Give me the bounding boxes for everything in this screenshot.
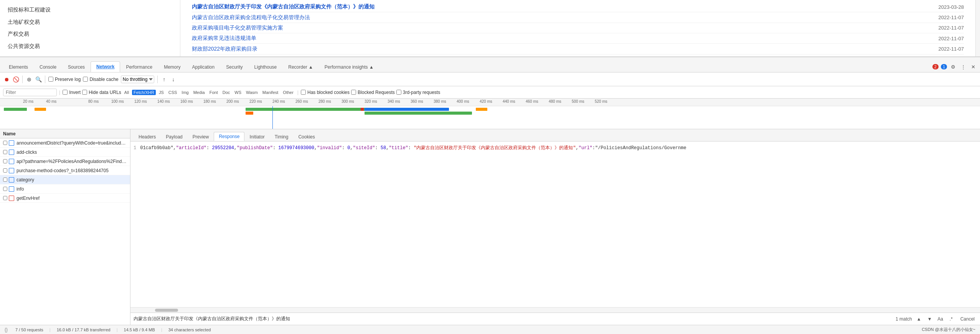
ruler-tick: 340 ms [388,99,400,104]
filter-font[interactable]: Font [208,90,219,95]
request-checkbox[interactable] [3,141,7,145]
detail-scrollbar-h[interactable] [130,307,980,313]
request-item[interactable]: add-clicks [0,148,130,157]
search-regex-btn[interactable]: .* [947,315,955,323]
has-blocked-cookies-checkbox[interactable]: Has blocked cookies [301,90,350,95]
request-checkbox[interactable] [3,187,7,191]
more-icon[interactable]: ⋮ [959,63,967,71]
request-item[interactable]: getEnvHref [0,194,130,203]
filter-input[interactable] [3,89,57,96]
request-checkbox[interactable] [3,178,7,182]
throttle-select[interactable]: No throttling [121,76,154,83]
timeline-bar [35,108,46,111]
menu-item-bidding[interactable]: 招投标和工程建设 [8,5,172,15]
preserve-log-checkbox[interactable]: Preserve log [48,77,81,82]
disable-cache-checkbox[interactable]: Disable cache [83,77,118,82]
export-icon[interactable]: ↓ [170,76,177,83]
detail-tab-initiator[interactable]: Initiator [244,132,269,141]
filter-doc[interactable]: Doc [221,90,232,95]
ruler-tick: 300 ms [342,99,354,104]
response-content: 01cafb9b0ab","articleId": 29552204,"publ… [140,145,686,151]
request-item[interactable]: announcementDistrict?queryWithCode=true&… [0,138,130,148]
search-case-btn[interactable]: Aa [937,315,944,323]
website-article-title[interactable]: 政府采购常见违法违规清单 [192,35,256,42]
request-checkbox[interactable] [3,150,7,154]
filter-img[interactable]: Img [180,90,190,95]
tab-application[interactable]: Application [186,62,220,72]
request-list-header: Name [0,129,130,138]
website-article-title[interactable]: 内蒙古自治区财政厅关于印发《内蒙古自治区政府采购文件（范本）》的通知 [192,3,375,10]
request-item[interactable]: purchase-method-codes?_t=1683898244705 [0,166,130,175]
tab-network[interactable]: Network [91,61,120,72]
search-icon[interactable]: 🔍 [35,76,42,83]
search-next-btn[interactable]: ▼ [926,315,934,323]
menu-item-land[interactable]: 土地矿权交易 [8,17,172,27]
timeline-bar [361,108,364,111]
tab-performance[interactable]: Performance [120,62,158,72]
menu-item-public[interactable]: 公共资源交易 [8,41,172,51]
tab-recorder[interactable]: Recorder ▲ [282,62,319,72]
tab-performance-insights[interactable]: Performance insights ▲ [319,62,379,72]
filter-fetch-xhr[interactable]: Fetch/XHR [132,90,156,95]
detail-tab-payload[interactable]: Payload [161,132,187,141]
filter-wasm[interactable]: Wasm [244,90,259,95]
request-checkbox[interactable] [3,168,7,173]
request-type-icon [9,150,14,155]
ruler-tick: 260 ms [295,99,308,104]
blocked-requests-checkbox[interactable]: Blocked Requests [351,90,395,95]
menu-item-property[interactable]: 产权交易 [8,29,172,39]
record-icon[interactable]: ⏺ [3,76,10,83]
website-article-title[interactable]: 财政部2022年政府采购目录 [192,46,257,53]
request-items: announcementDistrict?queryWithCode=true&… [0,138,130,325]
filter-css[interactable]: CSS [167,90,179,95]
website-article-title[interactable]: 内蒙古自治区政府采购全流程电子化交易管理办法 [192,14,310,21]
close-devtools-icon[interactable]: ✕ [969,63,977,71]
website-scrollbar[interactable] [975,0,980,56]
ruler-tick: 500 ms [572,99,584,104]
console-icon: {} [5,327,8,332]
filter-js[interactable]: JS [157,90,165,95]
error-badge: 2 [932,64,939,69]
invert-checkbox[interactable]: Invert [63,90,81,95]
clear-icon[interactable]: 🚫 [12,76,19,83]
filter-other[interactable]: Other [281,90,295,95]
detail-tab-headers[interactable]: Headers [134,132,161,141]
website-article-date: 2022-11-07 [939,25,964,31]
tab-memory[interactable]: Memory [158,62,186,72]
detail-tab-preview[interactable]: Preview [188,132,214,141]
third-party-checkbox[interactable]: 3rd-party requests [396,90,440,95]
website-article-title[interactable]: 政府采购项目电子化交易管理实施方案 [192,25,283,31]
request-item[interactable]: category [0,175,130,184]
search-cancel-btn[interactable]: Cancel [958,315,977,323]
search-input[interactable] [134,316,893,322]
detail-tab-response[interactable]: Response [214,132,244,141]
detail-tab-timing[interactable]: Timing [270,132,294,141]
import-icon[interactable]: ↑ [161,76,168,83]
tab-security[interactable]: Security [220,62,248,72]
request-checkbox[interactable] [3,196,7,200]
search-prev-btn[interactable]: ▲ [915,315,923,323]
devtools-panel: Elements Console Sources Network Perform… [0,57,980,334]
tab-sources[interactable]: Sources [62,62,91,72]
response-line: 101cafb9b0ab","articleId": 29552204,"pub… [134,145,977,152]
filter-icon[interactable]: ⊛ [26,76,33,83]
request-type-icon [9,140,14,146]
status-bar: {} 7 / 50 requests | 16.0 kB / 17.7 kB t… [0,325,980,334]
filter-bar: | Invert Hide data URLs All Fetch/XHR JS… [0,86,980,99]
filter-media[interactable]: Media [192,90,206,95]
request-checkbox[interactable] [3,159,7,163]
ruler-tick: 100 ms [111,99,124,104]
settings-icon[interactable]: ⚙ [949,63,957,71]
filter-ws[interactable]: WS [233,90,243,95]
scrollbar-thumb[interactable] [155,309,178,312]
filter-manifest[interactable]: Manifest [261,90,280,95]
tab-console[interactable]: Console [34,62,62,72]
request-item[interactable]: info [0,184,130,194]
ruler-tick: 240 ms [272,99,285,104]
hide-data-urls-checkbox[interactable]: Hide data URLs [82,90,121,95]
request-item[interactable]: api?pathname=%2FPoliciesAndRegulations%2… [0,157,130,166]
tab-elements[interactable]: Elements [3,62,34,72]
detail-tab-cookies[interactable]: Cookies [293,132,320,141]
tab-lighthouse[interactable]: Lighthouse [249,62,283,72]
filter-all[interactable]: All [123,90,130,95]
